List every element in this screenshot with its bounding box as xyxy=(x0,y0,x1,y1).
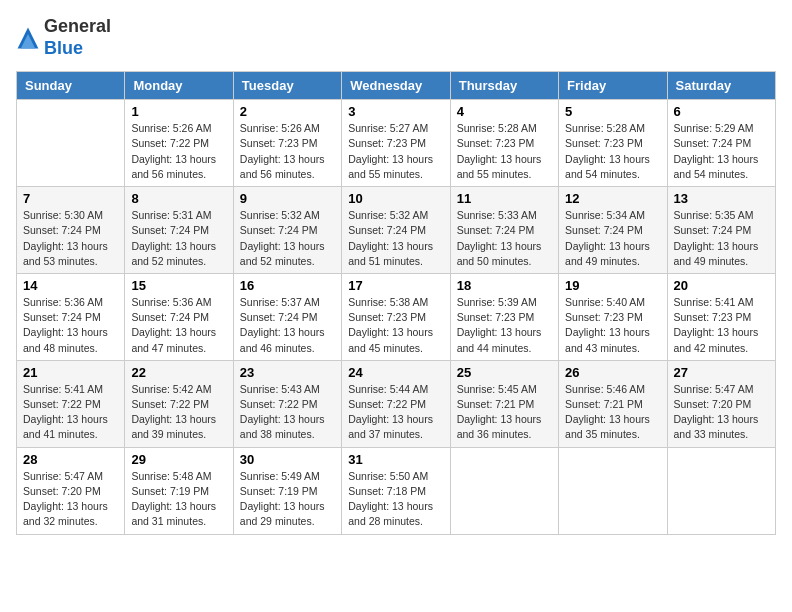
calendar-header-tuesday: Tuesday xyxy=(233,72,341,100)
day-number: 8 xyxy=(131,191,226,206)
day-info: Sunrise: 5:32 AM Sunset: 7:24 PM Dayligh… xyxy=(348,208,443,269)
day-info: Sunrise: 5:43 AM Sunset: 7:22 PM Dayligh… xyxy=(240,382,335,443)
day-number: 5 xyxy=(565,104,660,119)
day-number: 7 xyxy=(23,191,118,206)
calendar-header-sunday: Sunday xyxy=(17,72,125,100)
page-header: General Blue xyxy=(16,16,776,59)
day-number: 2 xyxy=(240,104,335,119)
calendar-cell: 25Sunrise: 5:45 AM Sunset: 7:21 PM Dayli… xyxy=(450,360,558,447)
day-info: Sunrise: 5:41 AM Sunset: 7:23 PM Dayligh… xyxy=(674,295,769,356)
calendar-cell: 2Sunrise: 5:26 AM Sunset: 7:23 PM Daylig… xyxy=(233,100,341,187)
calendar-cell: 6Sunrise: 5:29 AM Sunset: 7:24 PM Daylig… xyxy=(667,100,775,187)
calendar-cell: 26Sunrise: 5:46 AM Sunset: 7:21 PM Dayli… xyxy=(559,360,667,447)
day-number: 12 xyxy=(565,191,660,206)
day-info: Sunrise: 5:37 AM Sunset: 7:24 PM Dayligh… xyxy=(240,295,335,356)
calendar-header-saturday: Saturday xyxy=(667,72,775,100)
calendar-cell: 22Sunrise: 5:42 AM Sunset: 7:22 PM Dayli… xyxy=(125,360,233,447)
day-number: 1 xyxy=(131,104,226,119)
day-number: 15 xyxy=(131,278,226,293)
day-number: 14 xyxy=(23,278,118,293)
day-info: Sunrise: 5:28 AM Sunset: 7:23 PM Dayligh… xyxy=(565,121,660,182)
logo-blue-text: Blue xyxy=(44,38,83,58)
day-info: Sunrise: 5:28 AM Sunset: 7:23 PM Dayligh… xyxy=(457,121,552,182)
calendar-week-row: 7Sunrise: 5:30 AM Sunset: 7:24 PM Daylig… xyxy=(17,187,776,274)
calendar-cell: 23Sunrise: 5:43 AM Sunset: 7:22 PM Dayli… xyxy=(233,360,341,447)
day-info: Sunrise: 5:45 AM Sunset: 7:21 PM Dayligh… xyxy=(457,382,552,443)
day-number: 25 xyxy=(457,365,552,380)
calendar-cell: 4Sunrise: 5:28 AM Sunset: 7:23 PM Daylig… xyxy=(450,100,558,187)
logo-icon xyxy=(16,26,40,50)
day-info: Sunrise: 5:29 AM Sunset: 7:24 PM Dayligh… xyxy=(674,121,769,182)
day-info: Sunrise: 5:36 AM Sunset: 7:24 PM Dayligh… xyxy=(23,295,118,356)
day-info: Sunrise: 5:35 AM Sunset: 7:24 PM Dayligh… xyxy=(674,208,769,269)
day-number: 31 xyxy=(348,452,443,467)
day-number: 6 xyxy=(674,104,769,119)
calendar-week-row: 14Sunrise: 5:36 AM Sunset: 7:24 PM Dayli… xyxy=(17,273,776,360)
day-number: 3 xyxy=(348,104,443,119)
calendar-header-monday: Monday xyxy=(125,72,233,100)
calendar-cell: 12Sunrise: 5:34 AM Sunset: 7:24 PM Dayli… xyxy=(559,187,667,274)
calendar-cell: 1Sunrise: 5:26 AM Sunset: 7:22 PM Daylig… xyxy=(125,100,233,187)
calendar-cell: 17Sunrise: 5:38 AM Sunset: 7:23 PM Dayli… xyxy=(342,273,450,360)
calendar-table: SundayMondayTuesdayWednesdayThursdayFrid… xyxy=(16,71,776,534)
day-info: Sunrise: 5:30 AM Sunset: 7:24 PM Dayligh… xyxy=(23,208,118,269)
day-info: Sunrise: 5:48 AM Sunset: 7:19 PM Dayligh… xyxy=(131,469,226,530)
day-info: Sunrise: 5:41 AM Sunset: 7:22 PM Dayligh… xyxy=(23,382,118,443)
calendar-cell: 3Sunrise: 5:27 AM Sunset: 7:23 PM Daylig… xyxy=(342,100,450,187)
day-info: Sunrise: 5:44 AM Sunset: 7:22 PM Dayligh… xyxy=(348,382,443,443)
day-number: 20 xyxy=(674,278,769,293)
day-number: 21 xyxy=(23,365,118,380)
calendar-cell: 21Sunrise: 5:41 AM Sunset: 7:22 PM Dayli… xyxy=(17,360,125,447)
day-info: Sunrise: 5:47 AM Sunset: 7:20 PM Dayligh… xyxy=(23,469,118,530)
calendar-cell xyxy=(559,447,667,534)
day-info: Sunrise: 5:47 AM Sunset: 7:20 PM Dayligh… xyxy=(674,382,769,443)
logo: General Blue xyxy=(16,16,111,59)
calendar-cell: 15Sunrise: 5:36 AM Sunset: 7:24 PM Dayli… xyxy=(125,273,233,360)
day-number: 18 xyxy=(457,278,552,293)
day-number: 10 xyxy=(348,191,443,206)
day-info: Sunrise: 5:36 AM Sunset: 7:24 PM Dayligh… xyxy=(131,295,226,356)
calendar-cell: 10Sunrise: 5:32 AM Sunset: 7:24 PM Dayli… xyxy=(342,187,450,274)
day-info: Sunrise: 5:32 AM Sunset: 7:24 PM Dayligh… xyxy=(240,208,335,269)
day-info: Sunrise: 5:42 AM Sunset: 7:22 PM Dayligh… xyxy=(131,382,226,443)
day-number: 9 xyxy=(240,191,335,206)
day-number: 30 xyxy=(240,452,335,467)
calendar-cell: 9Sunrise: 5:32 AM Sunset: 7:24 PM Daylig… xyxy=(233,187,341,274)
day-info: Sunrise: 5:46 AM Sunset: 7:21 PM Dayligh… xyxy=(565,382,660,443)
day-number: 4 xyxy=(457,104,552,119)
calendar-cell: 14Sunrise: 5:36 AM Sunset: 7:24 PM Dayli… xyxy=(17,273,125,360)
calendar-cell: 31Sunrise: 5:50 AM Sunset: 7:18 PM Dayli… xyxy=(342,447,450,534)
day-number: 24 xyxy=(348,365,443,380)
calendar-cell xyxy=(450,447,558,534)
day-info: Sunrise: 5:50 AM Sunset: 7:18 PM Dayligh… xyxy=(348,469,443,530)
day-info: Sunrise: 5:31 AM Sunset: 7:24 PM Dayligh… xyxy=(131,208,226,269)
calendar-header-row: SundayMondayTuesdayWednesdayThursdayFrid… xyxy=(17,72,776,100)
day-number: 27 xyxy=(674,365,769,380)
day-info: Sunrise: 5:39 AM Sunset: 7:23 PM Dayligh… xyxy=(457,295,552,356)
calendar-cell: 19Sunrise: 5:40 AM Sunset: 7:23 PM Dayli… xyxy=(559,273,667,360)
calendar-cell: 24Sunrise: 5:44 AM Sunset: 7:22 PM Dayli… xyxy=(342,360,450,447)
calendar-cell xyxy=(17,100,125,187)
day-number: 28 xyxy=(23,452,118,467)
day-info: Sunrise: 5:26 AM Sunset: 7:23 PM Dayligh… xyxy=(240,121,335,182)
calendar-cell: 7Sunrise: 5:30 AM Sunset: 7:24 PM Daylig… xyxy=(17,187,125,274)
calendar-week-row: 21Sunrise: 5:41 AM Sunset: 7:22 PM Dayli… xyxy=(17,360,776,447)
calendar-cell xyxy=(667,447,775,534)
calendar-cell: 8Sunrise: 5:31 AM Sunset: 7:24 PM Daylig… xyxy=(125,187,233,274)
calendar-cell: 20Sunrise: 5:41 AM Sunset: 7:23 PM Dayli… xyxy=(667,273,775,360)
calendar-cell: 11Sunrise: 5:33 AM Sunset: 7:24 PM Dayli… xyxy=(450,187,558,274)
day-number: 11 xyxy=(457,191,552,206)
day-number: 19 xyxy=(565,278,660,293)
logo-general-text: General xyxy=(44,16,111,36)
calendar-cell: 5Sunrise: 5:28 AM Sunset: 7:23 PM Daylig… xyxy=(559,100,667,187)
calendar-header-friday: Friday xyxy=(559,72,667,100)
day-number: 16 xyxy=(240,278,335,293)
day-info: Sunrise: 5:33 AM Sunset: 7:24 PM Dayligh… xyxy=(457,208,552,269)
calendar-header-thursday: Thursday xyxy=(450,72,558,100)
day-info: Sunrise: 5:38 AM Sunset: 7:23 PM Dayligh… xyxy=(348,295,443,356)
calendar-header-wednesday: Wednesday xyxy=(342,72,450,100)
day-number: 13 xyxy=(674,191,769,206)
calendar-cell: 28Sunrise: 5:47 AM Sunset: 7:20 PM Dayli… xyxy=(17,447,125,534)
calendar-week-row: 28Sunrise: 5:47 AM Sunset: 7:20 PM Dayli… xyxy=(17,447,776,534)
calendar-cell: 30Sunrise: 5:49 AM Sunset: 7:19 PM Dayli… xyxy=(233,447,341,534)
